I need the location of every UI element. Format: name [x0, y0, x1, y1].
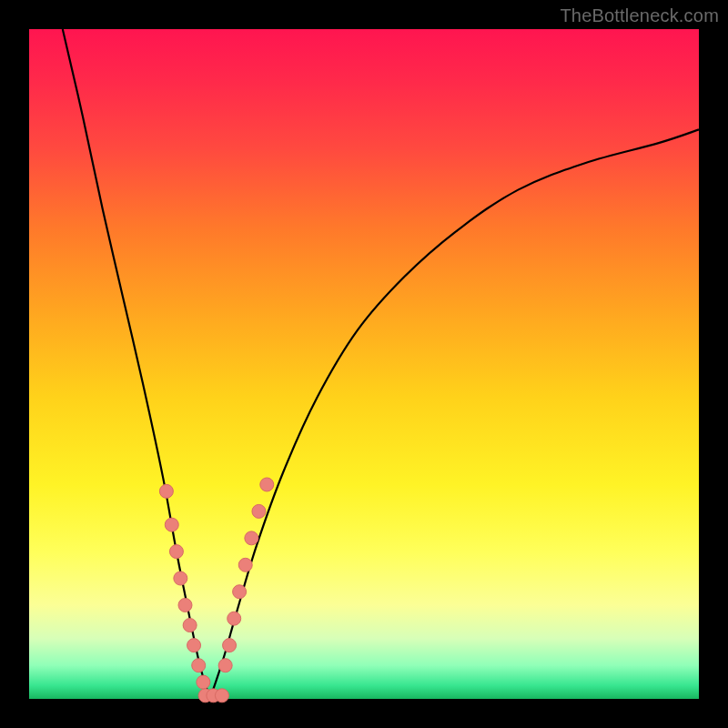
data-point	[183, 619, 197, 632]
data-point	[252, 504, 266, 518]
data-point	[245, 531, 258, 545]
data-point	[238, 558, 252, 571]
watermark-text: TheBottleneck.com	[560, 5, 719, 26]
chart-frame: TheBottleneck.com	[0, 0, 728, 728]
data-point	[223, 639, 237, 652]
data-point	[218, 659, 232, 672]
data-point	[260, 478, 274, 491]
data-point	[169, 545, 183, 559]
data-point	[187, 639, 201, 652]
data-point	[228, 612, 241, 625]
data-point	[192, 659, 206, 672]
data-point	[197, 675, 210, 689]
curve-right-branch	[210, 129, 699, 699]
data-point	[174, 571, 187, 585]
plot-area	[29, 29, 699, 699]
data-point	[215, 689, 228, 703]
data-point	[178, 598, 192, 612]
curve-layer	[29, 29, 699, 699]
data-point	[165, 518, 178, 531]
data-point	[233, 585, 247, 599]
data-point	[159, 484, 173, 498]
